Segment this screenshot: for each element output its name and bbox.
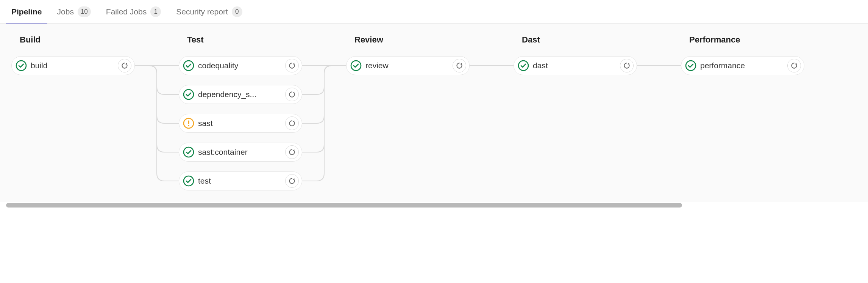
jobs-list: dast [514,56,637,75]
retry-icon [288,119,296,127]
job-label: performance [700,61,787,70]
retry-icon [288,148,296,156]
job-label: sast [198,119,285,128]
job-label: review [365,61,453,70]
horizontal-scrollbar-track [6,203,862,208]
job-retry-button[interactable] [118,59,131,72]
job-retry-button[interactable] [285,88,299,101]
stage-title: Dast [514,35,637,45]
job-retry-button[interactable] [285,174,299,188]
job-retry-button[interactable] [285,59,299,72]
job-sast[interactable]: sast [179,114,302,133]
job-review[interactable]: review [346,56,470,75]
job-dast[interactable]: dast [514,56,637,75]
tab-security-report-count: 0 [232,6,242,17]
job-retry-button[interactable] [453,59,466,72]
jobs-list: performance [681,56,804,75]
stage-title: Performance [681,35,804,45]
stage-dast: Dastdast [514,35,637,190]
stage-test: Testcodequalitydependency_s...sastsast:c… [179,35,302,190]
horizontal-scrollbar[interactable] [0,202,868,209]
check-circle-icon [183,146,194,158]
job-retry-button[interactable] [787,59,801,72]
stage-build: Buildbuild [11,35,135,190]
retry-icon [790,62,798,69]
job-retry-button[interactable] [285,145,299,159]
check-circle-icon [183,60,194,71]
check-circle-icon [16,60,27,71]
job-retry-button[interactable] [620,59,634,72]
stage-review: Reviewreview [346,35,470,190]
job-sast-container[interactable]: sast:container [179,143,302,162]
stage-title: Build [11,35,135,45]
check-circle-icon [518,60,529,71]
check-circle-icon [685,60,696,71]
tab-pipeline-label: Pipeline [11,7,42,16]
tab-jobs-count: 10 [78,6,91,17]
job-build[interactable]: build [11,56,135,75]
jobs-list: build [11,56,135,75]
job-label: test [198,176,285,186]
job-label: build [31,61,118,70]
retry-icon [456,62,463,69]
tab-pipeline[interactable]: Pipeline [11,0,42,24]
stage-title: Review [346,35,470,45]
job-codequality[interactable]: codequality [179,56,302,75]
job-label: dependency_s... [198,90,285,99]
check-circle-icon [183,89,194,100]
retry-icon [623,62,631,69]
job-retry-button[interactable] [285,116,299,130]
job-dependency-s-[interactable]: dependency_s... [179,85,302,104]
warning-icon [183,118,194,129]
stage-performance: Performanceperformance [681,35,804,190]
job-performance[interactable]: performance [681,56,804,75]
job-test[interactable]: test [179,171,302,190]
pipeline-tabs: Pipeline Jobs 10 Failed Jobs 1 Security … [0,0,868,24]
jobs-list: review [346,56,470,75]
check-circle-icon [183,175,194,187]
tab-jobs-label: Jobs [57,7,74,16]
pipeline-stages: BuildbuildTestcodequalitydependency_s...… [11,35,857,190]
retry-icon [288,62,296,69]
pipeline-graph: BuildbuildTestcodequalitydependency_s...… [0,24,868,202]
horizontal-scrollbar-thumb[interactable] [6,203,682,208]
job-label: dast [533,61,620,70]
jobs-list: codequalitydependency_s...sastsast:conta… [179,56,302,190]
check-circle-icon [350,60,362,71]
retry-icon [288,177,296,185]
tab-failed-jobs-label: Failed Jobs [106,7,147,16]
retry-icon [288,91,296,98]
tab-failed-jobs[interactable]: Failed Jobs 1 [106,0,161,24]
tab-security-report[interactable]: Security report 0 [176,0,242,24]
job-label: sast:container [198,148,285,157]
tab-security-report-label: Security report [176,7,228,16]
tab-failed-jobs-count: 1 [150,6,161,17]
job-label: codequality [198,61,285,70]
tab-jobs[interactable]: Jobs 10 [57,0,91,24]
retry-icon [121,62,128,69]
stage-title: Test [179,35,302,45]
